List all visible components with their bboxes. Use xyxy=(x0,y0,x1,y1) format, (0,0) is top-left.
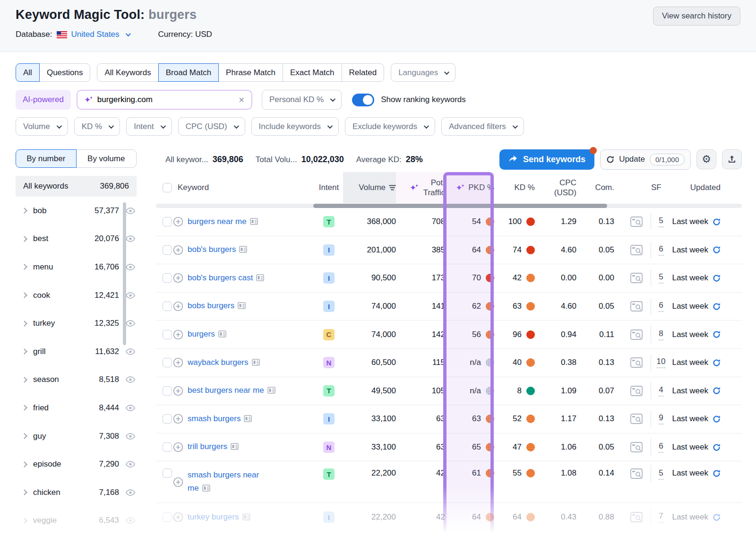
filter-button[interactable]: Exclude keywords xyxy=(345,117,435,136)
chevron-right-icon[interactable] xyxy=(21,377,27,383)
chevron-right-icon[interactable] xyxy=(21,405,27,411)
col-intent[interactable]: Intent xyxy=(315,172,343,203)
add-keyword-icon[interactable] xyxy=(173,477,183,487)
tab-phrase-match[interactable]: Phrase Match xyxy=(218,63,283,82)
keyword-group-item[interactable]: menu 16,706 xyxy=(16,253,137,281)
keyword-link[interactable]: smash burgers xyxy=(188,414,241,423)
eye-icon[interactable] xyxy=(126,292,135,299)
keyword-group-item[interactable]: guy 7,308 xyxy=(16,422,137,450)
serp-view-icon[interactable] xyxy=(630,301,643,312)
show-ranking-toggle[interactable] xyxy=(352,94,374,106)
send-keywords-button[interactable]: Send keywords xyxy=(499,149,594,170)
clear-input-icon[interactable]: ✕ xyxy=(239,95,245,104)
chevron-right-icon[interactable] xyxy=(21,518,27,524)
intent-badge[interactable]: I xyxy=(323,413,335,424)
serp-preview-icon[interactable] xyxy=(252,357,260,370)
filter-button[interactable]: CPC (USD) xyxy=(178,117,245,136)
sf-value[interactable]: 6 xyxy=(659,301,663,312)
sf-value[interactable]: 8 xyxy=(659,329,663,340)
keyword-link[interactable]: best burgers near me xyxy=(188,386,264,395)
keyword-group-item[interactable]: best 20,076 xyxy=(16,225,137,253)
keyword-group-item[interactable]: cook 12,421 xyxy=(16,281,137,310)
add-keyword-icon[interactable] xyxy=(173,245,183,255)
col-com[interactable]: Com. xyxy=(585,172,622,203)
row-checkbox[interactable] xyxy=(163,302,172,311)
serp-view-icon[interactable] xyxy=(630,512,643,522)
keyword-link[interactable]: wayback burgers xyxy=(188,358,249,367)
refresh-icon[interactable] xyxy=(713,274,721,282)
refresh-icon[interactable] xyxy=(713,246,721,254)
view-search-history-button[interactable]: View search history xyxy=(653,7,740,26)
sf-value[interactable]: 4 xyxy=(659,385,663,397)
serp-view-icon[interactable] xyxy=(630,386,643,396)
add-keyword-icon[interactable] xyxy=(173,217,183,227)
eye-icon[interactable] xyxy=(126,376,135,383)
tab-all[interactable]: All xyxy=(16,63,40,82)
serp-view-icon[interactable] xyxy=(630,357,643,368)
chevron-right-icon[interactable] xyxy=(21,348,27,355)
col-keyword[interactable]: Keyword xyxy=(173,172,315,203)
tab-questions[interactable]: Questions xyxy=(39,63,91,82)
sf-value[interactable]: 5 xyxy=(659,468,663,480)
col-volume[interactable]: Volume xyxy=(343,172,396,203)
serp-preview-icon[interactable] xyxy=(267,385,275,398)
col-kd[interactable]: KD % xyxy=(494,172,540,203)
serp-view-icon[interactable] xyxy=(630,414,643,424)
all-keywords-row[interactable]: All keywords 369,806 xyxy=(16,176,137,197)
filter-button[interactable]: Advanced filters xyxy=(441,117,524,136)
sf-value[interactable]: 6 xyxy=(659,442,663,453)
keyword-link[interactable]: trill burgers xyxy=(188,442,227,451)
eye-icon[interactable] xyxy=(126,461,135,468)
eye-icon[interactable] xyxy=(126,320,135,327)
serp-preview-icon[interactable] xyxy=(244,413,252,426)
keyword-search-input[interactable] xyxy=(97,95,234,104)
add-keyword-icon[interactable] xyxy=(173,386,183,396)
refresh-icon[interactable] xyxy=(713,387,721,395)
keyword-link[interactable]: bob's burgers cast xyxy=(188,273,253,282)
eye-icon[interactable] xyxy=(126,264,135,270)
serp-preview-icon[interactable] xyxy=(250,216,258,229)
sf-value[interactable]: 6 xyxy=(659,244,663,256)
intent-badge[interactable]: I xyxy=(323,511,335,523)
eye-icon[interactable] xyxy=(126,433,135,440)
add-keyword-icon[interactable] xyxy=(173,329,183,340)
row-checkbox[interactable] xyxy=(163,414,172,424)
sf-value[interactable]: 5 xyxy=(659,216,663,227)
refresh-icon[interactable] xyxy=(713,330,721,338)
sf-value[interactable]: 7 xyxy=(659,511,663,523)
chevron-right-icon[interactable] xyxy=(21,461,27,468)
keyword-group-item[interactable]: fried 8,444 xyxy=(16,394,137,422)
chevron-right-icon[interactable] xyxy=(21,489,27,495)
serp-preview-icon[interactable] xyxy=(202,483,210,495)
chevron-right-icon[interactable] xyxy=(21,236,27,242)
refresh-icon[interactable] xyxy=(713,359,721,367)
database-selector[interactable]: United States xyxy=(71,30,120,39)
sf-value[interactable]: 10 xyxy=(657,357,666,368)
chevron-right-icon[interactable] xyxy=(21,320,27,327)
serp-preview-icon[interactable] xyxy=(256,272,264,285)
sf-value[interactable]: 9 xyxy=(659,413,663,424)
eye-icon[interactable] xyxy=(126,489,135,496)
intent-badge[interactable]: I xyxy=(323,301,335,312)
add-keyword-icon[interactable] xyxy=(173,357,183,368)
chevron-right-icon[interactable] xyxy=(21,208,27,214)
sidebar-scrollbar[interactable] xyxy=(123,202,126,345)
filter-button[interactable]: Include keywords xyxy=(251,117,339,136)
update-button[interactable]: Update 0/1,000 xyxy=(600,149,691,170)
keyword-link[interactable]: smash burgers near me xyxy=(188,470,259,492)
keyword-group-item[interactable]: turkey 12,325 xyxy=(16,309,137,338)
row-checkbox[interactable] xyxy=(163,512,172,522)
personal-kd-dropdown[interactable]: Personal KD % xyxy=(262,90,342,110)
refresh-icon[interactable] xyxy=(713,469,721,477)
serp-view-icon[interactable] xyxy=(630,442,643,452)
tab-by-volume[interactable]: By volume xyxy=(76,149,137,168)
filter-button[interactable]: Volume xyxy=(16,117,68,136)
row-checkbox[interactable] xyxy=(163,386,172,396)
add-keyword-icon[interactable] xyxy=(173,273,183,283)
keyword-group-item[interactable]: veggie 6,543 xyxy=(16,507,137,535)
filter-button[interactable]: KD % xyxy=(74,117,120,136)
tab-broad-match[interactable]: Broad Match xyxy=(158,63,219,82)
chevron-right-icon[interactable] xyxy=(21,433,27,439)
keyword-search-box[interactable]: ✦✦ ✕ xyxy=(77,90,252,110)
keyword-link[interactable]: burgers near me xyxy=(188,217,247,226)
